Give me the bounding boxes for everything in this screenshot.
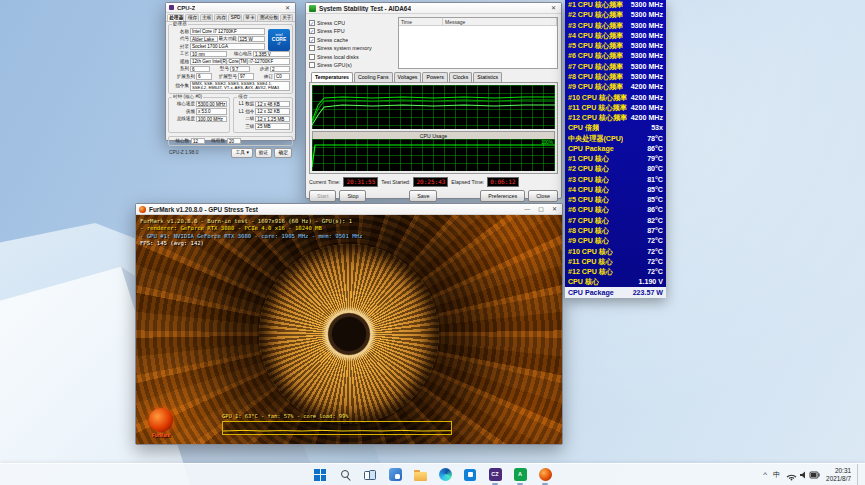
maximize-icon[interactable]: ▢ bbox=[536, 205, 546, 213]
sensor-row: #6 CPU 核心86°C bbox=[565, 205, 666, 215]
tray-overflow-chevron-icon[interactable]: ^ bbox=[763, 471, 767, 479]
sst-tab-strip: Temperatures Cooling Fans Voltages Power… bbox=[309, 72, 558, 82]
tab-clocks[interactable]: Clocks bbox=[449, 72, 473, 82]
furmark-icon bbox=[539, 468, 552, 481]
log-column-message[interactable]: Message bbox=[443, 18, 557, 25]
tab-temperatures[interactable]: Temperatures bbox=[311, 72, 353, 82]
cpu-tech-value: 10 nm bbox=[190, 51, 227, 58]
desktop: CPU-Z ✕ 处理器 缓存 主板 内存 SPD 显卡 测试分数 关于 处理器 … bbox=[0, 0, 865, 485]
window-cpuz: CPU-Z ✕ 处理器 缓存 主板 内存 SPD 显卡 测试分数 关于 处理器 … bbox=[165, 2, 296, 141]
checkbox-stress-disks[interactable]: Stress local disks bbox=[309, 54, 395, 60]
furmark-title: FurMark v1.20.8.0 - GPU Stress Test bbox=[149, 206, 258, 213]
close-icon[interactable]: ✕ bbox=[550, 205, 559, 213]
furmark-eye-donut bbox=[259, 244, 439, 424]
current-time-label: Current Time: bbox=[309, 179, 340, 185]
sensor-row: #12 CPU 核心72°C bbox=[565, 267, 666, 277]
sensor-row: #5 CPU 核心频率5300 MHz bbox=[565, 41, 666, 51]
tab-voltages[interactable]: Voltages bbox=[394, 72, 422, 82]
checkbox-stress-cache[interactable]: ✓Stress cache bbox=[309, 37, 395, 43]
sensor-row: #2 CPU 核心80°C bbox=[565, 164, 666, 174]
ime-indicator[interactable]: 中 bbox=[773, 470, 780, 480]
tab-statistics[interactable]: Statistics bbox=[473, 72, 502, 82]
close-icon[interactable]: ✕ bbox=[549, 4, 558, 12]
intel-core-badge: intel CORE i7 bbox=[268, 29, 290, 51]
ok-button[interactable]: 确定 bbox=[274, 148, 292, 158]
tray-status-icons[interactable] bbox=[786, 469, 820, 481]
aida64-app-icon bbox=[309, 5, 316, 12]
tab-mainboard[interactable]: 主板 bbox=[200, 14, 213, 21]
close-icon[interactable]: ✕ bbox=[283, 4, 292, 12]
tools-button[interactable]: 工具 ▾ bbox=[231, 148, 252, 158]
file-explorer-button[interactable] bbox=[412, 466, 429, 483]
sensor-row: #7 CPU 核心82°C bbox=[565, 216, 666, 226]
graph-area: CPU Usage 100% bbox=[309, 82, 558, 174]
tab-cpu[interactable]: 处理器 bbox=[167, 14, 184, 21]
sensor-row: #3 CPU 核心频率5300 MHz bbox=[565, 21, 666, 31]
tray-clock[interactable]: 20:31 2021/8/7 bbox=[826, 467, 851, 482]
search-button[interactable] bbox=[337, 466, 354, 483]
tab-caches[interactable]: 缓存 bbox=[185, 14, 198, 21]
bus-speed-value: 100.00 MHz bbox=[196, 116, 227, 123]
minimize-icon[interactable]: — bbox=[522, 205, 532, 213]
taskbar-center-icons: CZ A bbox=[312, 464, 554, 485]
checkbox-icon[interactable]: ✓ bbox=[309, 37, 315, 43]
store-button[interactable] bbox=[462, 466, 479, 483]
sensor-row: #1 CPU 核心79°C bbox=[565, 154, 666, 164]
elapsed-time-label: Elapsed Time: bbox=[451, 179, 484, 185]
start-button[interactable] bbox=[312, 466, 329, 483]
tab-cooling-fans[interactable]: Cooling Fans bbox=[354, 72, 393, 82]
checkbox-stress-gpu[interactable]: Stress GPU(s) bbox=[309, 62, 395, 68]
test-started-value: 20:25:43 bbox=[413, 177, 448, 187]
event-log-pane[interactable]: Time Message bbox=[398, 17, 558, 69]
checkbox-icon[interactable]: ✓ bbox=[309, 28, 315, 34]
core-speed-value: 5300.00 MHz bbox=[196, 101, 227, 108]
gpu-temp-graph bbox=[222, 421, 452, 435]
close-button[interactable]: Close bbox=[528, 190, 558, 202]
furmark-titlebar[interactable]: FurMark v1.20.8.0 - GPU Stress Test — ▢ … bbox=[136, 204, 562, 215]
furmark-taskbar-button[interactable] bbox=[537, 466, 554, 483]
system-tray: ^ 中 20:31 2021/8/7 bbox=[763, 464, 860, 485]
furmark-logo-text: FurMark bbox=[143, 433, 179, 438]
edge-button[interactable] bbox=[437, 466, 454, 483]
tab-graphics[interactable]: 显卡 bbox=[243, 14, 256, 21]
sensor-row: #4 CPU 核心频率5300 MHz bbox=[565, 31, 666, 41]
checkbox-icon[interactable] bbox=[309, 62, 315, 68]
validate-button[interactable]: 验证 bbox=[255, 148, 273, 158]
cpuz-taskbar-button[interactable]: CZ bbox=[487, 466, 504, 483]
checkbox-stress-cpu[interactable]: ✓Stress CPU bbox=[309, 20, 395, 26]
sensor-row: #3 CPU 核心81°C bbox=[565, 175, 666, 185]
show-desktop-button[interactable] bbox=[857, 464, 860, 485]
stop-button[interactable]: Stop bbox=[339, 190, 366, 202]
temperature-graph-lines bbox=[312, 85, 555, 129]
sensor-row: #1 CPU 核心频率5300 MHz bbox=[565, 0, 666, 10]
widgets-button[interactable] bbox=[387, 466, 404, 483]
cpuz-app-icon bbox=[169, 5, 174, 10]
task-view-button[interactable] bbox=[362, 466, 379, 483]
cpuz-body: 处理器 intel CORE i7 名称 Intel Core i7 12700… bbox=[166, 22, 295, 160]
checkbox-stress-fpu[interactable]: ✓Stress FPU bbox=[309, 28, 395, 34]
sst-titlebar[interactable]: System Stability Test - AIDA64 ✕ bbox=[306, 3, 561, 14]
tab-about[interactable]: 关于 bbox=[280, 14, 293, 21]
cores-value: 12 bbox=[191, 138, 205, 145]
save-button[interactable]: Save bbox=[409, 190, 437, 202]
start-button[interactable]: Start bbox=[309, 190, 336, 202]
log-column-time[interactable]: Time bbox=[399, 18, 443, 25]
checkbox-icon[interactable] bbox=[309, 54, 315, 60]
folder-icon bbox=[414, 470, 427, 481]
tab-memory[interactable]: 内存 bbox=[214, 14, 227, 21]
cpuz-titlebar[interactable]: CPU-Z ✕ bbox=[166, 3, 295, 13]
tab-bench[interactable]: 测试分数 bbox=[257, 14, 279, 21]
preferences-button[interactable]: Preferences bbox=[480, 190, 525, 202]
checkbox-icon[interactable]: ✓ bbox=[309, 20, 315, 26]
cpuz-title: CPU-Z bbox=[177, 5, 195, 11]
window-stability-test: System Stability Test - AIDA64 ✕ ✓Stress… bbox=[305, 2, 562, 199]
tab-spd[interactable]: SPD bbox=[228, 14, 242, 21]
tab-powers[interactable]: Powers bbox=[422, 72, 447, 82]
cpuz-footer: CPU-Z 1.98.0 工具 ▾ 验证 确定 bbox=[168, 148, 293, 158]
checkbox-stress-memory[interactable]: Stress system memory bbox=[309, 45, 395, 51]
checkbox-icon[interactable] bbox=[309, 45, 315, 51]
sensor-row: #5 CPU 核心85°C bbox=[565, 195, 666, 205]
aida64-taskbar-button[interactable]: A bbox=[512, 466, 529, 483]
cpu-spec-value: 12th Gen Intel(R) Core(TM) i7-12700KF bbox=[190, 58, 290, 65]
sensor-panel: #1 CPU 核心频率5300 MHz #2 CPU 核心频率5300 MHz … bbox=[565, 0, 666, 298]
